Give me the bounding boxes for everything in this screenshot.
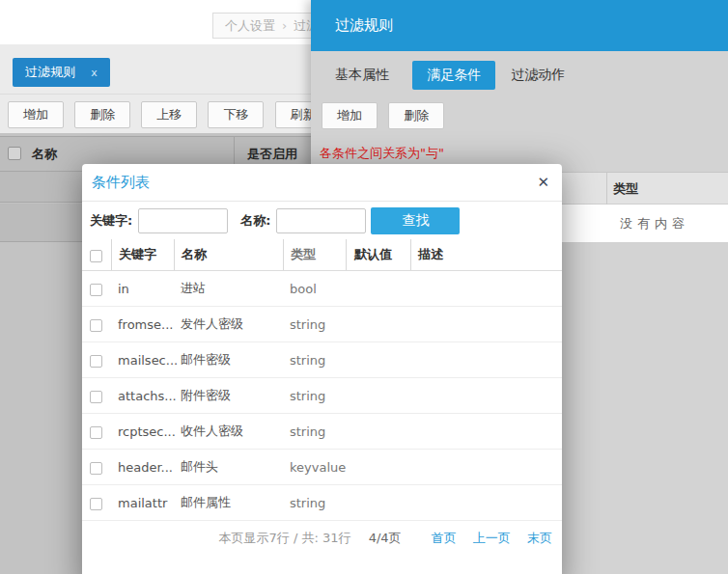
panel-header: 过滤规则 — [311, 0, 728, 51]
tab-filter-actions[interactable]: 过滤动作 — [511, 61, 565, 90]
pagination-first-link[interactable]: 首页 — [432, 531, 457, 545]
cell-name: 邮件头 — [174, 458, 283, 476]
cell-type: string — [283, 317, 346, 332]
table-row[interactable]: rcptsec... 收件人密级 string — [82, 414, 562, 450]
dialog-title: 条件列表 — [92, 164, 150, 202]
cell-type: string — [283, 389, 346, 403]
cell-keyword: header... — [111, 460, 174, 475]
close-icon[interactable]: ✕ — [537, 164, 549, 202]
column-header-default[interactable]: 默认值 — [346, 239, 410, 270]
conditions-relation-notice: 各条件之间关系为"与" — [311, 135, 728, 162]
cell-keyword: fromse... — [111, 317, 174, 332]
cell-type: string — [283, 496, 346, 510]
table-row[interactable]: mailattr 邮件属性 string — [82, 485, 562, 521]
panel-tab-bar: 基本属性 满足条件 过滤动作 — [311, 51, 728, 95]
cell-keyword: mailsec... — [111, 353, 174, 368]
cell-name: 邮件属性 — [174, 494, 283, 511]
pagination-bar: 本页显示7行 / 共: 31行 4/4页 首页 上一页 末页 — [82, 530, 562, 547]
condition-table: 关键字 名称 类型 默认值 描述 in 进站 bool fromse... — [82, 239, 562, 521]
tab-filter-rules-label: 过滤规则 — [25, 65, 75, 79]
cell-name: 进站 — [174, 280, 283, 297]
find-button[interactable]: 查找 — [371, 207, 460, 234]
cell-name: 附件密级 — [174, 387, 283, 404]
panel-delete-button[interactable]: 删除 — [388, 102, 444, 129]
cell-type: string — [283, 424, 346, 439]
keyword-label: 关键字: — [90, 212, 132, 230]
add-button[interactable]: 增加 — [8, 101, 64, 128]
dialog-search-bar: 关键字: 名称: 查找 — [82, 202, 562, 239]
table-row[interactable]: mailsec... 邮件密级 string — [82, 342, 562, 378]
row-checkbox[interactable] — [90, 498, 102, 510]
table-row[interactable]: in 进站 bool — [82, 271, 562, 307]
cell-keyword: attachs... — [111, 389, 174, 403]
delete-button[interactable]: 删除 — [74, 101, 130, 128]
cell-type: keyvalue — [283, 460, 346, 475]
select-all-checkbox[interactable] — [90, 250, 102, 262]
column-header-type[interactable]: 类型 — [613, 173, 638, 205]
pagination-page-indicator: 4/4页 — [369, 531, 402, 545]
cell-type: bool — [283, 282, 346, 296]
cell-name: 发件人密级 — [174, 315, 283, 333]
cell-name: 收件人密级 — [174, 423, 283, 440]
pagination-prev-link[interactable]: 上一页 — [473, 531, 511, 545]
column-header-name[interactable]: 名称 — [174, 239, 283, 270]
breadcrumb-item-settings[interactable]: 个人设置 — [225, 18, 275, 33]
row-checkbox[interactable] — [90, 426, 102, 439]
condition-list-dialog: 条件列表 ✕ 关键字: 名称: 查找 关键字 名称 类型 默认值 描述 — [82, 164, 562, 574]
keyword-input[interactable] — [138, 208, 228, 233]
condition-table-body: in 进站 bool fromse... 发件人密级 string mailse… — [82, 271, 562, 521]
cell-keyword: in — [111, 282, 174, 296]
column-header-type[interactable]: 类型 — [283, 239, 346, 270]
panel-toolbar: 增加 删除 — [311, 95, 728, 135]
move-up-button[interactable]: 上移 — [141, 101, 197, 128]
breadcrumb-separator: › — [282, 18, 287, 33]
pagination-summary: 本页显示7行 / 共: 31行 — [219, 531, 351, 545]
tab-basic-properties[interactable]: 基本属性 — [335, 61, 389, 90]
tab-conditions[interactable]: 满足条件 — [412, 61, 495, 90]
row-checkbox[interactable] — [90, 284, 102, 296]
row-checkbox[interactable] — [90, 462, 102, 475]
name-label: 名称: — [240, 212, 270, 230]
cell-name: 邮件密级 — [174, 351, 283, 369]
column-header-desc[interactable]: 描述 — [410, 239, 562, 270]
cell-keyword: rcptsec... — [111, 424, 174, 439]
panel-add-button[interactable]: 增加 — [322, 102, 378, 129]
column-header-keyword[interactable]: 关键字 — [111, 239, 174, 270]
table-row[interactable]: header... 邮件头 keyvalue — [82, 450, 562, 485]
panel-title: 过滤规则 — [335, 16, 393, 34]
tab-close-icon[interactable]: x — [91, 67, 98, 79]
row-checkbox[interactable] — [90, 319, 102, 332]
row-checkbox[interactable] — [90, 391, 102, 403]
dialog-header: 条件列表 ✕ — [82, 164, 562, 202]
cell-keyword: mailattr — [111, 496, 174, 510]
name-input[interactable] — [276, 208, 366, 233]
table-row[interactable]: fromse... 发件人密级 string — [82, 307, 562, 342]
move-down-button[interactable]: 下移 — [208, 101, 264, 128]
table-row[interactable]: attachs... 附件密级 string — [82, 378, 562, 414]
column-divider — [606, 173, 607, 205]
condition-table-header: 关键字 名称 类型 默认值 描述 — [82, 239, 562, 271]
screen: 个人设置›过滤 过滤规则 x 增加 删除 上移 下移 刷新 查找 名称 是否启用… — [0, 0, 728, 574]
cell-type: string — [283, 353, 346, 368]
row-checkbox[interactable] — [90, 355, 102, 368]
tab-filter-rules[interactable]: 过滤规则 x — [13, 58, 110, 87]
pagination-last-link[interactable]: 末页 — [527, 531, 552, 545]
